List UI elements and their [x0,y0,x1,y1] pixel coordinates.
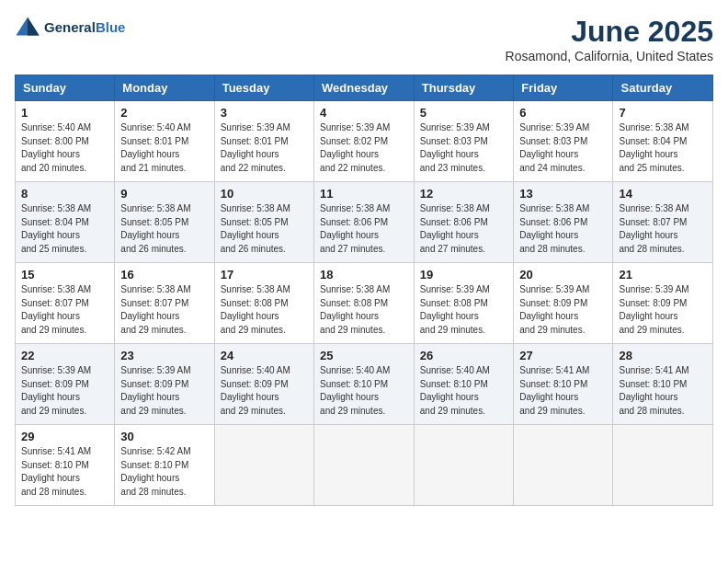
table-row: 4 Sunrise: 5:39 AM Sunset: 8:02 PM Dayli… [314,101,415,182]
month-title: June 2025 [506,15,713,49]
day-info: Sunrise: 5:38 AM Sunset: 8:05 PM Dayligh… [221,202,308,256]
table-row: 10 Sunrise: 5:38 AM Sunset: 8:05 PM Dayl… [214,182,313,263]
table-row: 9 Sunrise: 5:38 AM Sunset: 8:05 PM Dayli… [115,182,214,263]
day-number: 21 [619,268,707,282]
day-info: Sunrise: 5:38 AM Sunset: 8:05 PM Dayligh… [120,202,208,256]
table-row [514,425,613,506]
table-row [414,425,514,506]
day-info: Sunrise: 5:39 AM Sunset: 8:08 PM Dayligh… [420,283,508,337]
table-row: 29 Sunrise: 5:41 AM Sunset: 8:10 PM Dayl… [16,425,115,506]
day-info: Sunrise: 5:39 AM Sunset: 8:09 PM Dayligh… [120,364,208,418]
table-row: 21 Sunrise: 5:39 AM Sunset: 8:09 PM Dayl… [613,263,713,344]
table-row: 15 Sunrise: 5:38 AM Sunset: 8:07 PM Dayl… [16,263,115,344]
day-info: Sunrise: 5:38 AM Sunset: 8:07 PM Dayligh… [619,202,707,256]
day-number: 22 [21,349,108,362]
day-number: 2 [120,106,208,120]
day-info: Sunrise: 5:40 AM Sunset: 8:10 PM Dayligh… [320,364,408,418]
day-number: 3 [221,106,308,120]
day-number: 9 [120,187,208,201]
day-info: Sunrise: 5:41 AM Sunset: 8:10 PM Dayligh… [519,364,607,418]
calendar-header-row: Sunday Monday Tuesday Wednesday Thursday… [16,75,713,101]
day-number: 16 [120,268,208,282]
day-number: 18 [320,268,408,282]
logo-blue-text: Blue [96,19,126,35]
day-info: Sunrise: 5:38 AM Sunset: 8:07 PM Dayligh… [21,283,108,337]
table-row: 22 Sunrise: 5:39 AM Sunset: 8:09 PM Dayl… [16,344,115,425]
day-info: Sunrise: 5:39 AM Sunset: 8:09 PM Dayligh… [519,283,607,337]
col-friday: Friday [514,75,613,101]
day-info: Sunrise: 5:38 AM Sunset: 8:04 PM Dayligh… [21,202,108,256]
day-info: Sunrise: 5:39 AM Sunset: 8:02 PM Dayligh… [320,121,408,175]
day-info: Sunrise: 5:40 AM Sunset: 8:01 PM Dayligh… [120,121,208,175]
table-row: 1 Sunrise: 5:40 AM Sunset: 8:00 PM Dayli… [16,101,115,182]
table-row: 12 Sunrise: 5:38 AM Sunset: 8:06 PM Dayl… [414,182,514,263]
col-sunday: Sunday [16,75,115,101]
col-wednesday: Wednesday [314,75,415,101]
col-thursday: Thursday [414,75,514,101]
day-number: 14 [619,187,707,201]
table-row: 16 Sunrise: 5:38 AM Sunset: 8:07 PM Dayl… [115,263,214,344]
day-info: Sunrise: 5:38 AM Sunset: 8:08 PM Dayligh… [221,283,308,337]
table-row: 30 Sunrise: 5:42 AM Sunset: 8:10 PM Dayl… [115,425,214,506]
day-info: Sunrise: 5:39 AM Sunset: 8:03 PM Dayligh… [420,121,508,175]
location: Rosamond, California, United States [506,49,713,63]
calendar-week-row: 29 Sunrise: 5:41 AM Sunset: 8:10 PM Dayl… [16,425,713,506]
table-row: 8 Sunrise: 5:38 AM Sunset: 8:04 PM Dayli… [16,182,115,263]
day-number: 20 [519,268,607,282]
day-number: 30 [120,430,208,443]
calendar-week-row: 8 Sunrise: 5:38 AM Sunset: 8:04 PM Dayli… [16,182,713,263]
day-info: Sunrise: 5:38 AM Sunset: 8:04 PM Dayligh… [619,121,707,175]
day-number: 29 [21,430,108,443]
day-number: 5 [420,106,508,120]
calendar-week-row: 22 Sunrise: 5:39 AM Sunset: 8:09 PM Dayl… [16,344,713,425]
table-row: 3 Sunrise: 5:39 AM Sunset: 8:01 PM Dayli… [214,101,313,182]
table-row: 7 Sunrise: 5:38 AM Sunset: 8:04 PM Dayli… [613,101,713,182]
table-row: 2 Sunrise: 5:40 AM Sunset: 8:01 PM Dayli… [115,101,214,182]
day-number: 28 [619,349,707,362]
logo-text: GeneralBlue [44,20,125,36]
day-number: 25 [320,349,408,362]
day-info: Sunrise: 5:40 AM Sunset: 8:09 PM Dayligh… [221,364,308,418]
table-row: 26 Sunrise: 5:40 AM Sunset: 8:10 PM Dayl… [414,344,514,425]
table-row: 28 Sunrise: 5:41 AM Sunset: 8:10 PM Dayl… [613,344,713,425]
table-row: 25 Sunrise: 5:40 AM Sunset: 8:10 PM Dayl… [314,344,415,425]
day-number: 19 [420,268,508,282]
table-row: 6 Sunrise: 5:39 AM Sunset: 8:03 PM Dayli… [514,101,613,182]
table-row: 20 Sunrise: 5:39 AM Sunset: 8:09 PM Dayl… [514,263,613,344]
table-row [613,425,713,506]
table-row: 17 Sunrise: 5:38 AM Sunset: 8:08 PM Dayl… [214,263,313,344]
day-number: 4 [320,106,408,120]
day-info: Sunrise: 5:41 AM Sunset: 8:10 PM Dayligh… [619,364,707,418]
table-row: 18 Sunrise: 5:38 AM Sunset: 8:08 PM Dayl… [314,263,415,344]
day-number: 17 [221,268,308,282]
day-info: Sunrise: 5:40 AM Sunset: 8:00 PM Dayligh… [21,121,108,175]
calendar-table: Sunday Monday Tuesday Wednesday Thursday… [15,75,713,506]
day-number: 27 [519,349,607,362]
title-section: June 2025 Rosamond, California, United S… [506,15,713,63]
day-number: 23 [120,349,208,362]
day-info: Sunrise: 5:42 AM Sunset: 8:10 PM Dayligh… [120,445,208,499]
day-info: Sunrise: 5:38 AM Sunset: 8:06 PM Dayligh… [519,202,607,256]
day-number: 7 [619,106,707,120]
day-info: Sunrise: 5:39 AM Sunset: 8:01 PM Dayligh… [221,121,308,175]
day-info: Sunrise: 5:40 AM Sunset: 8:10 PM Dayligh… [420,364,508,418]
logo-general: General [44,19,96,35]
col-tuesday: Tuesday [214,75,313,101]
day-info: Sunrise: 5:38 AM Sunset: 8:07 PM Dayligh… [120,283,208,337]
day-number: 26 [420,349,508,362]
table-row: 23 Sunrise: 5:39 AM Sunset: 8:09 PM Dayl… [115,344,214,425]
day-info: Sunrise: 5:38 AM Sunset: 8:06 PM Dayligh… [320,202,408,256]
logo-icon [15,15,40,40]
day-info: Sunrise: 5:38 AM Sunset: 8:06 PM Dayligh… [420,202,508,256]
col-monday: Monday [115,75,214,101]
day-info: Sunrise: 5:41 AM Sunset: 8:10 PM Dayligh… [21,445,108,499]
page-header: GeneralBlue June 2025 Rosamond, Californ… [15,15,713,63]
day-number: 15 [21,268,108,282]
table-row: 14 Sunrise: 5:38 AM Sunset: 8:07 PM Dayl… [613,182,713,263]
calendar-week-row: 15 Sunrise: 5:38 AM Sunset: 8:07 PM Dayl… [16,263,713,344]
col-saturday: Saturday [613,75,713,101]
day-number: 12 [420,187,508,201]
day-info: Sunrise: 5:39 AM Sunset: 8:09 PM Dayligh… [21,364,108,418]
table-row [314,425,415,506]
table-row: 13 Sunrise: 5:38 AM Sunset: 8:06 PM Dayl… [514,182,613,263]
